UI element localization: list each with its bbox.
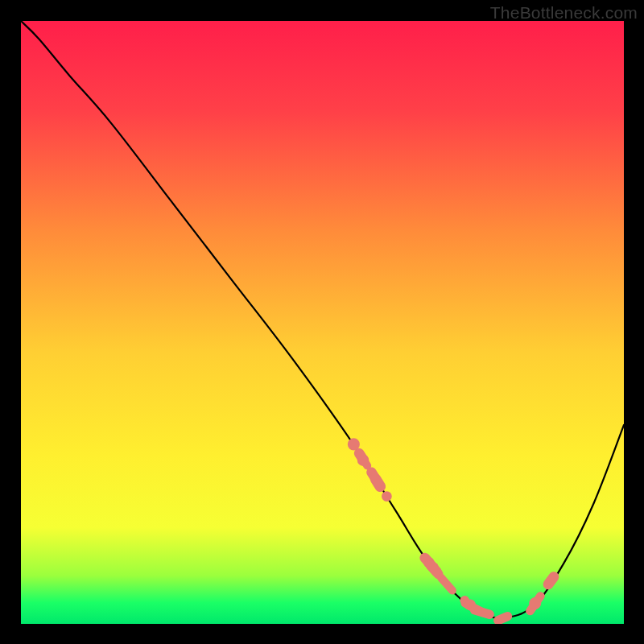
data-dash <box>431 565 439 574</box>
gradient-background <box>21 21 624 624</box>
data-dash <box>475 610 489 614</box>
data-dot <box>529 597 541 609</box>
data-dash <box>548 577 554 584</box>
data-dash <box>370 472 374 477</box>
data-dot <box>382 491 392 502</box>
data-dash <box>498 617 508 621</box>
bottleneck-chart <box>0 0 644 644</box>
chart-container: TheBottleneck.com <box>0 0 644 644</box>
watermark-text: TheBottleneck.com <box>490 3 638 23</box>
data-dot <box>348 438 360 450</box>
